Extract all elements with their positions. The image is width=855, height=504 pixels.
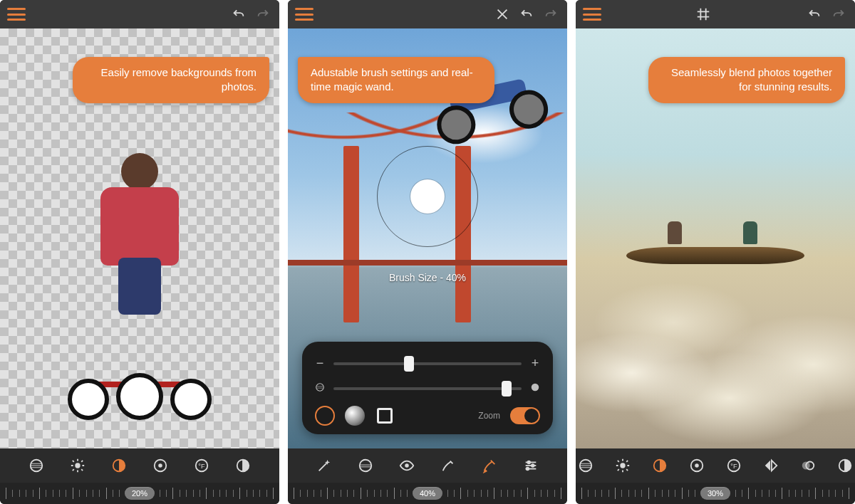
close-icon[interactable] [493, 5, 512, 23]
tool-sliders-icon[interactable] [522, 456, 540, 475]
tool-brush-soft-icon[interactable] [439, 456, 457, 475]
photo-person-sitting [743, 221, 757, 244]
canvas[interactable]: Easily remove backgrounds from photos. [0, 28, 279, 448]
hardness-min-icon [315, 381, 325, 396]
subject-child-on-tricycle [90, 140, 190, 354]
tool-vignette-icon[interactable] [688, 456, 706, 475]
svg-point-22 [360, 460, 372, 472]
value-ruler[interactable]: 20% [0, 483, 279, 504]
tool-vignette-icon[interactable] [151, 456, 170, 475]
canvas[interactable]: Seamlessly blend photos together for stu… [576, 28, 855, 448]
redo-icon[interactable] [542, 5, 560, 23]
undo-icon[interactable] [229, 5, 248, 23]
ruler-value-badge: 40% [413, 487, 442, 500]
tool-opacity-icon[interactable] [799, 456, 817, 475]
svg-line-38 [618, 469, 619, 471]
slider-knob[interactable] [404, 356, 414, 372]
tool-magic-wand-icon[interactable] [315, 456, 333, 475]
brush-hardness-slider[interactable] [333, 387, 522, 390]
grid-icon[interactable] [694, 5, 712, 23]
value-ruler[interactable]: 40% [288, 483, 567, 504]
minus-icon[interactable]: − [315, 356, 325, 371]
svg-line-8 [73, 469, 74, 471]
tool-temperature-icon[interactable]: °F [725, 456, 743, 475]
brush-size-label: Brush Size - 40% [389, 272, 466, 283]
tool-half-contrast-icon[interactable] [651, 456, 669, 475]
feature-callout: Adustable brush settings and real-time m… [298, 57, 494, 103]
svg-point-1 [75, 463, 80, 468]
screen-remove-bg: Easily remove backgrounds from photos. °… [0, 0, 279, 504]
svg-text:°F: °F [730, 463, 737, 470]
svg-text:°F: °F [198, 463, 205, 470]
brush-hardness-slider-row [315, 381, 540, 396]
svg-point-29 [527, 468, 529, 471]
menu-icon[interactable] [583, 8, 601, 21]
zoom-label: Zoom [478, 411, 500, 421]
hardness-max-icon [530, 381, 540, 396]
svg-point-27 [527, 461, 530, 464]
svg-line-36 [618, 461, 619, 462]
svg-point-18 [316, 384, 324, 392]
tool-mirror-icon[interactable] [762, 456, 780, 475]
svg-point-23 [405, 463, 409, 468]
brush-mode-outline-icon[interactable] [315, 406, 335, 426]
photo-canoe [626, 247, 805, 264]
top-bar [288, 0, 567, 28]
redo-icon[interactable] [254, 5, 272, 23]
feature-callout: Easily remove backgrounds from photos. [73, 57, 269, 103]
brush-size-slider[interactable] [333, 362, 522, 365]
ruler-value-badge: 30% [700, 487, 730, 500]
brush-settings-panel: − + [302, 342, 553, 434]
subject-tricycle [61, 356, 218, 420]
tool-gradient-icon[interactable] [576, 456, 595, 475]
svg-line-37 [626, 469, 628, 471]
brush-mode-row: Zoom [315, 406, 540, 426]
tool-brush-hard-icon[interactable] [480, 456, 499, 475]
top-bar [576, 0, 855, 28]
svg-point-21 [532, 384, 539, 392]
tool-half-contrast-icon[interactable] [110, 456, 128, 475]
undo-icon[interactable] [517, 5, 536, 23]
bottom-toolbar: °F [576, 448, 855, 483]
menu-icon[interactable] [7, 8, 26, 21]
svg-line-39 [626, 461, 628, 462]
plus-icon[interactable]: + [530, 356, 540, 371]
svg-point-12 [158, 463, 162, 468]
tool-erase-gradient-icon[interactable] [356, 456, 375, 475]
svg-line-7 [81, 469, 83, 471]
slider-knob[interactable] [502, 381, 512, 397]
undo-icon[interactable] [805, 5, 824, 23]
brush-mode-soft-icon[interactable] [345, 406, 365, 426]
ruler-value-badge: 20% [125, 487, 155, 500]
screen-blend-photos: Seamlessly blend photos together for stu… [576, 0, 855, 504]
feature-callout: Seamlessly blend photos together for stu… [648, 57, 845, 103]
redo-icon[interactable] [829, 5, 848, 23]
canvas[interactable]: Brush Size - 40% Adustable brush setting… [288, 28, 567, 448]
tool-eye-visibility-icon[interactable] [398, 456, 416, 475]
value-ruler[interactable]: 30% [576, 483, 855, 504]
svg-point-28 [532, 464, 534, 467]
svg-line-9 [81, 461, 83, 462]
tool-brightness-icon[interactable] [68, 456, 87, 475]
bottom-toolbar: °F [0, 448, 279, 483]
tool-invert-icon[interactable] [836, 456, 854, 475]
brush-mode-square-icon[interactable] [375, 406, 395, 426]
photo-person-paddler [668, 221, 682, 244]
app-showcase: Easily remove backgrounds from photos. °… [0, 0, 855, 504]
bottom-toolbar [288, 448, 567, 483]
brush-cursor[interactable] [377, 146, 478, 247]
svg-point-42 [695, 463, 699, 468]
top-bar [0, 0, 279, 28]
screen-brush-settings: Brush Size - 40% Adustable brush setting… [288, 0, 567, 504]
tool-invert-icon[interactable] [234, 456, 252, 475]
menu-icon[interactable] [295, 8, 314, 21]
brush-size-slider-row: − + [315, 356, 540, 371]
tool-gradient-icon[interactable] [27, 456, 46, 475]
tool-temperature-icon[interactable]: °F [192, 456, 211, 475]
tool-brightness-icon[interactable] [613, 456, 632, 475]
svg-line-6 [73, 461, 74, 462]
svg-point-31 [620, 463, 625, 468]
zoom-toggle[interactable] [510, 407, 540, 424]
